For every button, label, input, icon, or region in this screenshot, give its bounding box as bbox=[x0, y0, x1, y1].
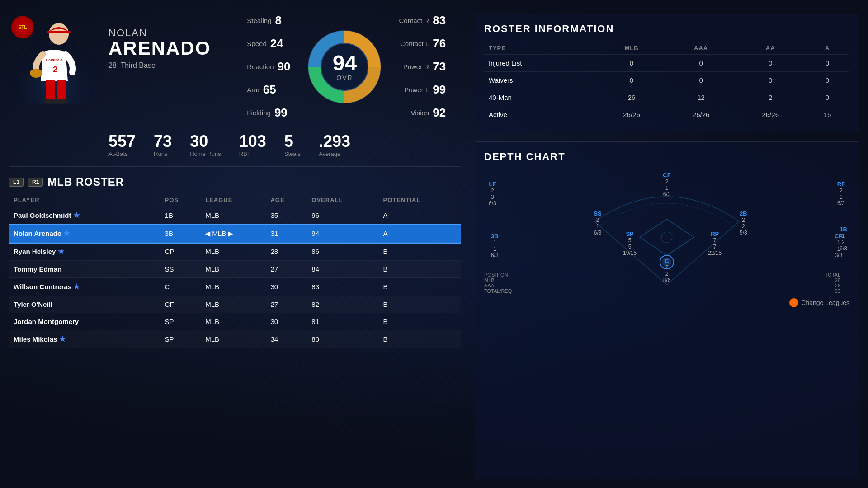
steals-stat: 5 Steals bbox=[284, 133, 301, 157]
player-age-cell: 31 bbox=[266, 225, 307, 243]
player-potential-cell: A bbox=[379, 206, 461, 225]
player-name-cell: Paul Goldschmidt ★ bbox=[9, 206, 160, 225]
svg-rect-2 bbox=[47, 31, 71, 33]
table-row[interactable]: Paul Goldschmidt ★ 1B MLB 35 96 A bbox=[9, 206, 461, 225]
player-league-cell: MLB bbox=[201, 243, 266, 261]
player-name-cell: Tyler O'Neill bbox=[9, 296, 160, 313]
star-icon: ★ bbox=[58, 248, 64, 255]
nav-arrow-right[interactable]: ▶ bbox=[228, 230, 233, 237]
player-name: Miles Mikolas bbox=[14, 335, 57, 343]
table-row[interactable]: Willson Contreras ★ C MLB 30 83 B bbox=[9, 278, 461, 296]
player-potential-cell: B bbox=[379, 296, 461, 313]
player-stats-row: 557 At-Bats 73 Runs 30 Home Runs 103 RBI bbox=[108, 133, 461, 157]
info-type-cell: Active bbox=[484, 106, 597, 123]
stealing-rating: Stealing 8 bbox=[247, 14, 290, 28]
ratings-left: Stealing 8 Speed 24 Reaction 90 bbox=[247, 14, 290, 120]
pos-ss: SS 21 6/3 bbox=[594, 210, 601, 236]
info-aa-cell: 0 bbox=[736, 55, 805, 72]
player-overall-cell: 81 bbox=[307, 313, 378, 330]
table-row[interactable]: Jordan Montgomery SP MLB 30 81 B bbox=[9, 313, 461, 330]
star-icon: ★ bbox=[73, 283, 80, 291]
svg-text:2: 2 bbox=[53, 65, 57, 74]
player-potential-cell: B bbox=[379, 278, 461, 296]
player-ratings-area: Stealing 8 Speed 24 Reaction 90 bbox=[247, 14, 461, 120]
at-bats-stat: 557 At-Bats bbox=[108, 133, 136, 157]
roster-info-table: TYPE MLB AAA AA A Injured List 0 0 0 0 W… bbox=[484, 42, 849, 123]
table-row[interactable]: Miles Mikolas ★ SP MLB 34 80 B bbox=[9, 330, 461, 348]
star-icon: ★ bbox=[73, 211, 80, 219]
ovr-center: 94 OVR bbox=[333, 52, 357, 81]
table-row[interactable]: Nolan Arenado ★ 3B ◀ MLB ▶ 31 94 A bbox=[9, 225, 461, 243]
roster-info-panel: ROSTER INFORMATION TYPE MLB AAA AA A Inj… bbox=[475, 14, 859, 132]
player-last-name: ARENADO bbox=[108, 39, 211, 58]
player-age-cell: 34 bbox=[266, 330, 307, 348]
team-logo: STL bbox=[11, 16, 34, 38]
player-age-cell: 30 bbox=[266, 313, 307, 330]
power-l-rating: 99 Power L bbox=[399, 83, 446, 97]
roster-table-header: PLAYER POS LEAGUE AGE OVERALL POTENTIAL bbox=[9, 194, 461, 206]
pos-sp: SP 55 19/15 bbox=[623, 230, 637, 256]
fielding-rating: Fielding 99 bbox=[247, 106, 290, 120]
table-row[interactable]: Ryan Helsley ★ CP MLB 28 86 B bbox=[9, 243, 461, 261]
pos-3b: 3B 11 6/3 bbox=[491, 233, 499, 258]
info-a-cell: 0 bbox=[805, 55, 849, 72]
info-table-row: Injured List 0 0 0 0 bbox=[484, 55, 849, 72]
player-pos-cell: SS bbox=[160, 261, 201, 278]
nav-badge-r1[interactable]: R1 bbox=[28, 178, 43, 187]
info-col-aa: AA bbox=[736, 42, 805, 55]
depth-chart-panel: DEPTH CHART bbox=[475, 141, 859, 479]
player-league-cell: MLB bbox=[201, 261, 266, 278]
player-pos-cell: SP bbox=[160, 330, 201, 348]
player-name: Tommy Edman bbox=[14, 265, 61, 273]
runs-stat: 73 Runs bbox=[154, 133, 172, 157]
info-a-cell: 0 bbox=[805, 72, 849, 89]
player-league-cell: MLB bbox=[201, 296, 266, 313]
player-league-cell: ◀ MLB ▶ bbox=[201, 225, 266, 243]
table-row[interactable]: Tyler O'Neill CF MLB 27 82 B bbox=[9, 296, 461, 313]
pos-lf: LF 23 6/3 bbox=[489, 181, 496, 206]
rbi-stat: 103 RBI bbox=[239, 133, 266, 157]
player-name-cell: Ryan Helsley ★ bbox=[9, 243, 160, 261]
player-info: NOLAN ARENADO 28 Third Base bbox=[108, 14, 211, 70]
player-overall-cell: 86 bbox=[307, 243, 378, 261]
col-player: PLAYER bbox=[9, 194, 160, 206]
svg-point-4 bbox=[30, 69, 42, 78]
player-overall-cell: 84 bbox=[307, 261, 378, 278]
info-table-row: Active 26/26 26/26 26/26 15 bbox=[484, 106, 849, 123]
roster-table: PLAYER POS LEAGUE AGE OVERALL POTENTIAL … bbox=[9, 194, 461, 348]
star-icon: ★ bbox=[59, 335, 66, 343]
player-league-cell: MLB bbox=[201, 313, 266, 330]
info-aaa-cell: 26/26 bbox=[666, 106, 736, 123]
player-name: Tyler O'Neill bbox=[14, 300, 52, 308]
right-section: ROSTER INFORMATION TYPE MLB AAA AA A Inj… bbox=[470, 14, 859, 479]
player-age-cell: 35 bbox=[266, 206, 307, 225]
home-runs-stat: 30 Home Runs bbox=[190, 133, 221, 157]
table-row[interactable]: Tommy Edman SS MLB 27 84 B bbox=[9, 261, 461, 278]
player-age-cell: 28 bbox=[266, 243, 307, 261]
nav-badge-l1[interactable]: L1 bbox=[9, 178, 24, 187]
col-age: AGE bbox=[266, 194, 307, 206]
nav-arrow-left[interactable]: ◀ bbox=[205, 230, 210, 237]
pos-rp: RP 77 22/15 bbox=[708, 230, 722, 256]
info-col-mlb: MLB bbox=[597, 42, 666, 55]
depth-chart-title: DEPTH CHART bbox=[484, 151, 849, 163]
player-name-cell: Jordan Montgomery bbox=[9, 313, 160, 330]
player-potential-cell: B bbox=[379, 261, 461, 278]
svg-text:Cardinals: Cardinals bbox=[46, 58, 63, 62]
info-type-cell: 40-Man bbox=[484, 89, 597, 106]
player-details: 28 Third Base bbox=[108, 61, 211, 70]
contact-l-rating: 76 Contact L bbox=[399, 37, 446, 51]
pos-2b: 2B 22 5/3 bbox=[740, 210, 747, 236]
left-section: STL bbox=[9, 14, 461, 479]
player-pos-cell: SP bbox=[160, 313, 201, 330]
star-icon: ★ bbox=[63, 230, 70, 237]
roster-title: MLB ROSTER bbox=[47, 176, 124, 188]
change-leagues-control[interactable]: ○ Change Leagues bbox=[484, 298, 849, 307]
player-pos-cell: 3B bbox=[160, 225, 201, 243]
info-col-a: A bbox=[805, 42, 849, 55]
col-league: LEAGUE bbox=[201, 194, 266, 206]
player-age-cell: 30 bbox=[266, 278, 307, 296]
info-type-cell: Injured List bbox=[484, 55, 597, 72]
player-overall-cell: 83 bbox=[307, 278, 378, 296]
svg-point-8 bbox=[54, 99, 68, 104]
